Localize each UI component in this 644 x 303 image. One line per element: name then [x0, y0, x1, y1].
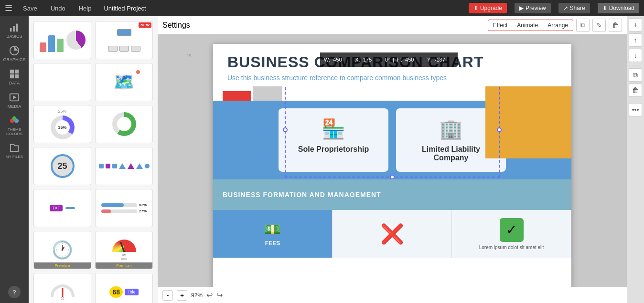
canvas-toolbar: Settings Effect Animate Arrange ⧉ ✎ 🗑 — [158, 16, 627, 34]
rt-down-button[interactable]: ↓ — [629, 49, 642, 62]
upgrade-icon: ⬆ — [473, 5, 478, 11]
svg-rect-1 — [13, 26, 15, 31]
rot-value: 0° — [385, 57, 390, 63]
formation-title: BUSINESS FORMATION AND MANAGEMENT — [223, 191, 381, 199]
sole-prop-icon: 🏪 — [322, 118, 345, 140]
download-button[interactable]: ⬇ Download — [598, 3, 639, 13]
panel-item-org-chart[interactable]: NEW — [95, 21, 153, 59]
upgrade-button[interactable]: ⬆ Upgrade — [469, 3, 507, 13]
h-input[interactable]: 450 — [405, 57, 424, 63]
svg-rect-4 — [10, 70, 14, 73]
animate-button[interactable]: Animate — [512, 20, 543, 31]
fees-label: FEES — [265, 240, 280, 247]
x-label: X: — [355, 57, 360, 63]
formation-banner: BUSINESS FORMATION AND MANAGEMENT — [213, 179, 571, 210]
premium-badge-speedometer: Premium — [96, 262, 152, 269]
w-label: W: — [324, 57, 330, 63]
zoom-level: 92% — [191, 292, 203, 299]
project-title: Untitled Project — [104, 5, 146, 12]
panel-item-progress[interactable]: 63% 27% — [95, 189, 153, 227]
svg-point-12 — [12, 116, 16, 121]
sidebar-item-data[interactable]: DATA — [1, 66, 28, 88]
premium-badge-clock: Premium — [34, 262, 91, 269]
menu-icon[interactable]: ☰ — [5, 3, 12, 13]
svg-rect-2 — [16, 24, 18, 31]
fees-row: 💵 FEES ❌ ✓ Lorem ipsum dolot sit amet el… — [213, 210, 571, 258]
help-button-sidebar[interactable]: ? — [8, 286, 21, 298]
canvas-content[interactable]: W: 450 X: 175 0° | H: 450 Y: -137 BUSINE… — [158, 34, 627, 287]
cross-cell: ❌ — [333, 210, 452, 258]
y-input[interactable]: -137 — [435, 57, 454, 63]
panel-item-badge-68[interactable]: 68 Title Premium — [95, 273, 153, 303]
redo-action-button[interactable]: ↪ — [216, 291, 223, 300]
panel-grid: NEW 🗺️ 25% 35% — [33, 21, 153, 303]
sidebar-item-graphics[interactable]: GRAPHICS — [1, 42, 28, 65]
llc-name: Limited Liability Company — [406, 145, 496, 162]
panel-item-speedometer[interactable]: 45 min Premium — [95, 231, 153, 269]
llc-icon: 🏢 — [439, 118, 463, 140]
right-tools: + ↑ ↓ ⧉ 🗑 ••• — [627, 16, 644, 303]
left-sidebar: BASICS GRAPHICS DATA MEDIA THEME COLORS … — [0, 16, 29, 303]
undo-action-button[interactable]: ↩ — [206, 291, 213, 300]
download-icon: ⬇ — [602, 5, 607, 11]
delete-button[interactable]: 🗑 — [609, 19, 622, 32]
fees-cell: 💵 FEES — [213, 210, 333, 258]
edit-button[interactable]: ✎ — [592, 19, 606, 32]
sole-prop-name: Sole Proprietorship — [298, 145, 369, 154]
sidebar-item-media[interactable]: MEDIA — [1, 89, 28, 112]
svg-rect-7 — [15, 74, 19, 78]
panel-item-bar-pie[interactable] — [33, 21, 91, 59]
rt-more-button[interactable]: ••• — [629, 103, 642, 116]
rt-duplicate-button[interactable]: ⧉ — [629, 68, 642, 82]
save-button[interactable]: Save — [20, 4, 40, 13]
arrow-shape — [384, 185, 394, 204]
bottom-bar: - + 92% ↩ ↪ — [158, 287, 627, 303]
effect-button[interactable]: Effect — [488, 20, 512, 31]
top-bar: ☰ Save Undo Help Untitled Project ⬆ Upgr… — [0, 0, 644, 16]
fees-icon: 💵 — [264, 221, 281, 237]
slide: BUSINESS COMPARISON CHART Use this busin… — [213, 44, 571, 287]
rt-delete-button[interactable]: 🗑 — [629, 84, 642, 97]
rt-divider-2 — [631, 100, 640, 100]
panel: NEW 🗺️ 25% 35% — [29, 16, 158, 303]
y-label: Y: — [427, 57, 432, 63]
w-input[interactable]: 450 — [333, 57, 352, 63]
check-cell: ✓ Lorem ipsum dolot sit amet elit — [452, 210, 571, 258]
panel-item-number25[interactable]: 25 — [33, 147, 91, 185]
panel-item-text-badge[interactable]: TXT — [33, 189, 91, 227]
zoom-plus-button[interactable]: + — [177, 290, 187, 301]
undo-button[interactable]: Undo — [48, 4, 68, 13]
share-button[interactable]: ↗ Share — [558, 3, 590, 13]
sidebar-item-theme-colors[interactable]: THEME COLORS — [1, 113, 28, 139]
transform-bar: W: 450 X: 175 0° | H: 450 Y: -137 — [320, 52, 458, 67]
cross-icon: ❌ — [380, 223, 404, 245]
panel-item-donut35[interactable]: 25% 35% — [33, 105, 91, 143]
rt-add-button[interactable]: + — [629, 18, 642, 31]
copy-button[interactable]: ⧉ — [576, 19, 590, 32]
zoom-minus-button[interactable]: - — [162, 290, 173, 301]
sidebar-item-basics[interactable]: BASICS — [1, 19, 28, 42]
rt-up-button[interactable]: ↑ — [629, 33, 642, 47]
new-badge: NEW — [139, 22, 151, 28]
panel-item-green-gauge[interactable] — [95, 105, 153, 143]
settings-label: Settings — [162, 21, 190, 30]
main-layout: BASICS GRAPHICS DATA MEDIA THEME COLORS … — [0, 16, 644, 303]
rt-divider — [631, 65, 640, 65]
effect-animate-arrange-bar: Effect Animate Arrange — [488, 20, 573, 31]
preview-button[interactable]: ▶ Preview — [515, 3, 551, 13]
sidebar-item-my-files[interactable]: MY FILES — [1, 140, 28, 162]
panel-item-shapes[interactable] — [95, 147, 153, 185]
play-icon: ▶ — [519, 5, 524, 11]
svg-rect-6 — [10, 74, 14, 78]
x-input[interactable]: 175 — [363, 57, 382, 63]
panel-item-clock[interactable]: 🕐 Premium — [33, 231, 91, 269]
svg-rect-0 — [10, 28, 12, 31]
lorem-text: Lorem ipsum dolot sit amet elit — [479, 245, 544, 250]
panel-item-map[interactable]: 🗺️ — [95, 63, 153, 101]
arrange-button[interactable]: Arrange — [543, 20, 573, 31]
share-icon: ↗ — [563, 5, 568, 11]
help-button[interactable]: Help — [76, 4, 95, 13]
panel-item-table[interactable] — [33, 63, 91, 101]
check-icon: ✓ — [500, 218, 524, 242]
panel-item-gauge2[interactable]: 50 Premium — [33, 273, 91, 303]
